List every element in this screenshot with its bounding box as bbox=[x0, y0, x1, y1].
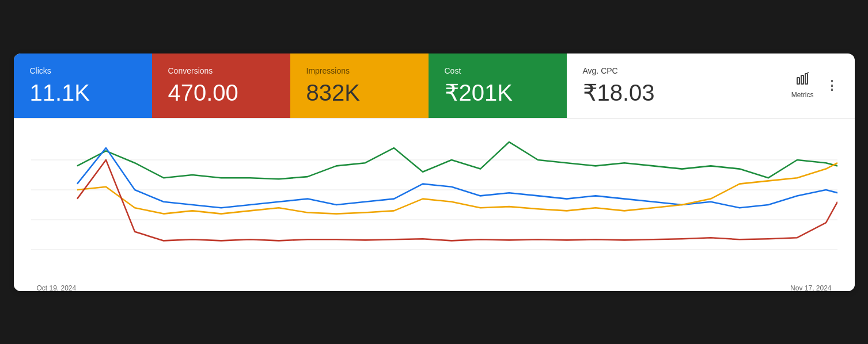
metrics-button[interactable]: Metrics bbox=[791, 72, 814, 99]
metrics-icon bbox=[795, 72, 809, 89]
chart-area: Oct 19, 2024 Nov 17, 2024 bbox=[14, 119, 855, 291]
chart-dates: Oct 19, 2024 Nov 17, 2024 bbox=[31, 284, 837, 291]
clicks-value: 11.1K bbox=[30, 80, 136, 105]
conversions-label: Conversions bbox=[168, 66, 274, 75]
avg-cpc-tile[interactable]: Avg. CPC ₹18.03 bbox=[567, 53, 774, 118]
metrics-bar: Clicks 11.1K Conversions 470.00 Impressi… bbox=[14, 53, 855, 119]
svg-rect-0 bbox=[797, 78, 799, 84]
clicks-label: Clicks bbox=[30, 66, 136, 75]
line-chart bbox=[31, 130, 837, 280]
svg-rect-2 bbox=[805, 74, 808, 84]
cost-tile[interactable]: Cost ₹201K bbox=[429, 53, 567, 118]
avg-cpc-value: ₹18.03 bbox=[583, 80, 758, 105]
chart-end-date: Nov 17, 2024 bbox=[790, 284, 831, 291]
conversions-value: 470.00 bbox=[168, 80, 274, 105]
impressions-tile[interactable]: Impressions 832K bbox=[290, 53, 429, 118]
clicks-tile[interactable]: Clicks 11.1K bbox=[14, 53, 152, 118]
more-options-button[interactable]: ⋮ bbox=[825, 78, 839, 93]
metrics-actions: Metrics ⋮ bbox=[774, 53, 855, 118]
cost-value: ₹201K bbox=[445, 80, 551, 105]
conversions-tile[interactable]: Conversions 470.00 bbox=[152, 53, 290, 118]
cost-label: Cost bbox=[445, 66, 551, 75]
metrics-button-label: Metrics bbox=[791, 91, 814, 99]
impressions-value: 832K bbox=[306, 80, 412, 105]
avg-cpc-label: Avg. CPC bbox=[583, 66, 758, 75]
svg-rect-1 bbox=[801, 75, 803, 84]
dashboard-card: Clicks 11.1K Conversions 470.00 Impressi… bbox=[14, 53, 855, 291]
impressions-label: Impressions bbox=[306, 66, 412, 75]
chart-start-date: Oct 19, 2024 bbox=[37, 284, 77, 291]
